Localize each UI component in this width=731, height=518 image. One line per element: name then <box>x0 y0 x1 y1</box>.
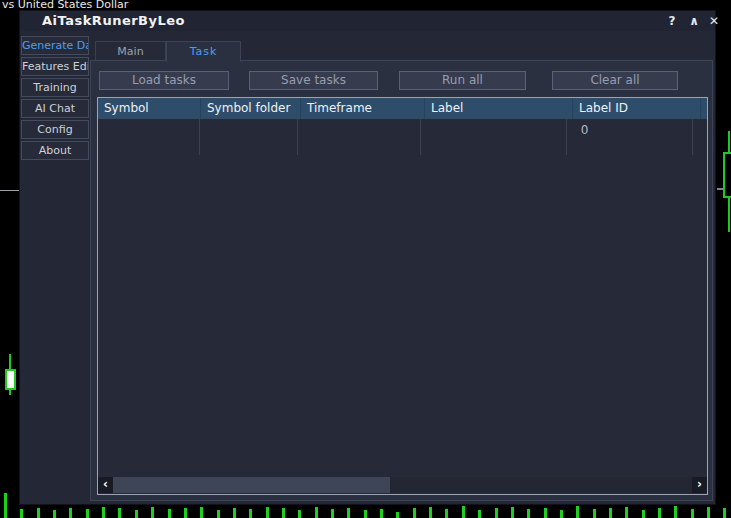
cell-timeframe <box>298 119 420 155</box>
cell-symbol <box>98 119 200 155</box>
volume-bar <box>609 508 612 518</box>
cell-symbol-folder <box>200 119 299 155</box>
titlebar[interactable]: AiTaskRunerByLeo ? ∧ ✕ <box>20 11 715 31</box>
volume-bar <box>527 509 530 518</box>
tab-task[interactable]: Task <box>166 41 241 62</box>
horizontal-scrollbar[interactable]: ‹ › <box>98 477 707 493</box>
volume-bar <box>396 512 399 518</box>
tab-main[interactable]: Main <box>95 41 166 61</box>
load-tasks-button[interactable]: Load tasks <box>99 71 229 90</box>
screen: vs United States Dollar AiTaskRunerByLeo… <box>0 0 731 518</box>
sidebar-item-training[interactable]: Training <box>21 78 89 97</box>
sidebar-item-generate-data[interactable]: Generate Data <box>21 36 89 55</box>
volume-bar <box>707 507 710 518</box>
close-icon[interactable]: ✕ <box>706 11 722 31</box>
task-tab-pane: Load tasks Save tasks Run all Clear all … <box>90 60 713 501</box>
volume-bar <box>658 508 661 518</box>
candle-wick <box>728 198 730 232</box>
column-header-filler <box>701 98 707 119</box>
volume-bar <box>86 509 89 518</box>
volume-bar <box>151 507 154 518</box>
cell-label <box>421 119 567 155</box>
volume-bar <box>691 509 694 518</box>
volume-bar <box>233 508 236 518</box>
volume-bar <box>37 508 40 518</box>
column-header-symbol[interactable]: Symbol <box>98 98 201 119</box>
volume-bar <box>282 508 285 518</box>
volume-bar <box>298 510 301 518</box>
volume-bar <box>200 507 203 518</box>
volume-bar <box>576 506 579 518</box>
volume-bar <box>674 506 677 518</box>
volume-bar <box>217 510 220 518</box>
volume-bar <box>4 493 7 518</box>
tasks-table: Symbol Symbol folder Timeframe Label Lab… <box>97 97 708 495</box>
volume-bar <box>168 509 171 518</box>
scrollbar-thumb[interactable] <box>113 477 390 493</box>
volume-bar <box>135 510 138 518</box>
volume-bar <box>102 507 105 518</box>
sidebar-item-about[interactable]: About <box>21 141 89 160</box>
candle-wick <box>728 131 730 152</box>
minimize-icon[interactable]: ∧ <box>686 11 702 31</box>
volume-bar <box>445 509 448 518</box>
volume-bar <box>723 508 726 518</box>
column-header-label[interactable]: Label <box>425 98 573 119</box>
volume-bar <box>593 509 596 518</box>
volume-bar <box>642 510 645 518</box>
volume-bar <box>118 508 121 518</box>
cell-label-id: 0 <box>567 119 693 155</box>
save-tasks-button[interactable]: Save tasks <box>249 71 378 90</box>
volume-bar <box>413 508 416 518</box>
volume-bar <box>249 509 252 518</box>
candlestick <box>723 152 731 198</box>
table-row[interactable]: 0 <box>98 119 707 155</box>
volume-bar <box>495 508 498 518</box>
volume-bar <box>364 510 367 518</box>
help-icon[interactable]: ? <box>664 11 680 31</box>
run-all-button[interactable]: Run all <box>399 71 526 90</box>
table-header: Symbol Symbol folder Timeframe Label Lab… <box>98 98 707 119</box>
column-header-label-id[interactable]: Label ID <box>573 98 701 119</box>
volume-bar <box>511 507 514 518</box>
volume-bar <box>266 507 269 518</box>
clear-all-button[interactable]: Clear all <box>552 71 678 90</box>
sidebar-item-ai-chat[interactable]: AI Chat <box>21 99 89 118</box>
volume-bar <box>53 510 56 518</box>
volume-bar <box>429 507 432 518</box>
volume-bar <box>184 508 187 518</box>
column-header-symbol-folder[interactable]: Symbol folder <box>201 98 301 119</box>
volume-bar <box>560 510 563 518</box>
scroll-right-icon[interactable]: › <box>692 477 707 493</box>
volume-bar <box>625 507 628 518</box>
scroll-left-icon[interactable]: ‹ <box>98 477 113 493</box>
volume-bar <box>347 508 350 518</box>
app-window: AiTaskRunerByLeo ? ∧ ✕ Generate Data Fea… <box>20 11 715 504</box>
price-tick <box>717 188 723 190</box>
volume-bar <box>331 509 334 518</box>
volume-bar <box>544 508 547 518</box>
volume-bar <box>462 506 465 518</box>
sidebar-item-config[interactable]: Config <box>21 120 89 139</box>
column-header-timeframe[interactable]: Timeframe <box>301 98 425 119</box>
volume-bar <box>380 509 383 518</box>
sidebar-item-features-editor[interactable]: Features Editor <box>21 57 89 76</box>
volume-bar <box>69 508 72 518</box>
cell-filler <box>693 119 707 155</box>
volume-bar <box>20 509 23 518</box>
window-title: AiTaskRunerByLeo <box>42 11 185 31</box>
volume-bar <box>315 507 318 518</box>
volume-bar <box>478 510 481 518</box>
